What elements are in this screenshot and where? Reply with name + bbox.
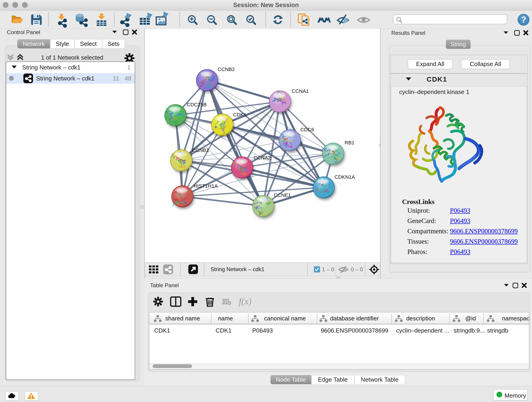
svg-text:?: ? [521, 15, 526, 25]
svg-text:CCNA1: CCNA1 [292, 88, 309, 94]
svg-text:CCNB1: CCNB1 [192, 147, 209, 153]
svg-text:canonical name: canonical name [264, 315, 306, 322]
svg-text:CDC6: CDC6 [300, 127, 314, 133]
svg-text:CCNB2: CCNB2 [218, 66, 235, 72]
svg-text:@id: @id [465, 315, 476, 322]
svg-text:CCNE1: CCNE1 [274, 192, 291, 198]
svg-text:CDC25B: CDC25B [187, 102, 207, 108]
svg-text:CCNA2: CCNA2 [254, 155, 271, 161]
svg-text:RB1: RB1 [345, 140, 355, 146]
svg-text:CDK1: CDK1 [233, 112, 247, 118]
svg-text:CDKN1A: CDKN1A [335, 174, 355, 180]
svg-text:name: name [218, 315, 233, 322]
svg-text:description: description [406, 315, 435, 322]
svg-text:f(x): f(x) [239, 296, 251, 306]
svg-text:shared name: shared name [165, 315, 200, 322]
svg-text:namespace: namespace [502, 315, 529, 322]
svg-text:HIST1H1A: HIST1H1A [194, 183, 218, 189]
svg-text:database identifier: database identifier [330, 315, 379, 322]
